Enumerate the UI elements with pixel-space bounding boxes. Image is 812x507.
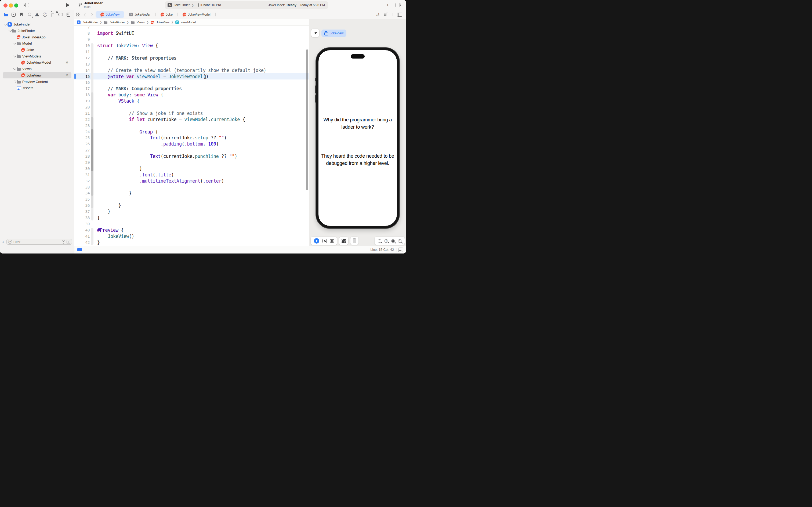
sidebar-item-assets[interactable]: Assets: [3, 85, 71, 91]
jumpbar-item-viewmodel[interactable]: viewModel: [181, 21, 195, 24]
code-line-26[interactable]: 26 .padding(.bottom, 100): [74, 141, 309, 147]
close-window-button[interactable]: [3, 3, 7, 7]
tab-jokeviewmodel[interactable]: JokeViewModel: [178, 11, 215, 18]
code-line-33[interactable]: 33: [74, 184, 309, 190]
variants-mode-button[interactable]: [330, 239, 334, 243]
code-line-13[interactable]: 13: [74, 61, 309, 67]
code-line-29[interactable]: 29: [74, 160, 309, 166]
code-line-17[interactable]: 17 // MARK: Computed properties: [74, 86, 309, 92]
add-file-button[interactable]: +: [0, 239, 6, 244]
code-line-23[interactable]: 23: [74, 122, 309, 129]
filter-field[interactable]: ☰ Filter ±: [6, 239, 72, 245]
tab-jokeview[interactable]: JokeView: [96, 11, 124, 18]
editor-scrollbar[interactable]: [306, 49, 308, 190]
zoom-in-icon[interactable]: +: [398, 239, 401, 243]
zoom-out-icon[interactable]: −: [378, 239, 381, 243]
code-line-36[interactable]: 36 }: [74, 203, 309, 209]
breakpoints-icon[interactable]: [58, 12, 63, 17]
code-line-16[interactable]: 16: [74, 79, 309, 86]
reports-icon[interactable]: [66, 12, 71, 17]
recents-filter-icon[interactable]: [62, 240, 65, 243]
sidebar-item-jokeview[interactable]: JokeViewM: [3, 72, 71, 79]
sidebar-item-jokeviewmodel[interactable]: JokeViewModelM: [3, 59, 71, 66]
issues-icon[interactable]: [35, 12, 40, 17]
tab-joke[interactable]: Joke: [156, 11, 177, 18]
code-line-14[interactable]: 14 // Create the view model (temporarily…: [74, 67, 309, 73]
jumpbar-item-views[interactable]: Views: [137, 21, 145, 24]
tests-icon[interactable]: [43, 12, 47, 17]
code-review-icon[interactable]: ⇄: [376, 12, 380, 17]
disclosure-chevron[interactable]: [13, 80, 17, 83]
minimize-window-button[interactable]: [9, 3, 13, 7]
code-line-38[interactable]: 38}: [74, 215, 309, 221]
scheme-name[interactable]: JokeFinder: [174, 3, 189, 7]
library-add-icon[interactable]: +: [386, 2, 389, 8]
preview-target-chip[interactable]: JokeView: [322, 30, 346, 37]
tab-jokefinder[interactable]: ✕JokeFinder: [124, 11, 155, 18]
code-line-24[interactable]: 24 Group {: [74, 129, 309, 135]
code-line-32[interactable]: 32 .multilineTextAlignment(.center): [74, 178, 309, 184]
adjust-editor-options-icon[interactable]: [384, 13, 388, 16]
code-line-27[interactable]: 27: [74, 147, 309, 153]
live-preview-button[interactable]: [314, 238, 319, 243]
activity-view[interactable]: A JokeFinder ❯ iPhone 16 Pro JokeFinder:…: [165, 1, 328, 9]
selectable-mode-button[interactable]: [323, 239, 327, 243]
editor-layout-icon[interactable]: [76, 13, 80, 16]
sidebar-item-jokefinderapp[interactable]: JokeFinderApp: [3, 34, 71, 40]
toggle-inspector-icon[interactable]: [396, 3, 401, 7]
editor-only-mode-icon[interactable]: [77, 248, 82, 251]
code-line-22[interactable]: 22 if let currentJoke = viewModel.curren…: [74, 116, 309, 122]
code-line-28[interactable]: 28 Text(currentJoke.punchline ?? ""): [74, 153, 309, 160]
disclosure-chevron[interactable]: [8, 30, 12, 32]
code-line-11[interactable]: 11: [74, 49, 309, 55]
forward-button[interactable]: [90, 13, 93, 16]
project-navigator-icon[interactable]: [3, 12, 8, 17]
code-line-30[interactable]: 30 }: [74, 165, 309, 172]
code-line-41[interactable]: 41 JokeView(): [74, 233, 309, 239]
disclosure-chevron[interactable]: [13, 68, 17, 69]
sidebar-item-viewmodels[interactable]: ViewModels: [3, 53, 71, 59]
code-line-19[interactable]: 19 VStack {: [74, 98, 309, 104]
code-line-35[interactable]: 35: [74, 196, 309, 203]
code-line-37[interactable]: 37 }: [74, 209, 309, 215]
sidebar-item-jokefinder[interactable]: AJokeFinder: [3, 21, 71, 27]
toggle-navigator-icon[interactable]: [23, 3, 29, 7]
device-settings-button[interactable]: [342, 239, 346, 243]
pin-preview-button[interactable]: [311, 29, 319, 37]
source-editor[interactable]: 78import SwiftUI910struct JokeView: View…: [74, 26, 309, 246]
back-button[interactable]: [84, 13, 87, 16]
sidebar-item-jokefinder[interactable]: JokeFinder: [3, 27, 71, 34]
device-preview-button[interactable]: [353, 238, 356, 243]
zoom-window-button[interactable]: [14, 3, 18, 7]
sidebar-item-preview-content[interactable]: Preview Content: [3, 78, 71, 85]
zoom-actual-size-icon[interactable]: 1: [385, 239, 388, 243]
code-line-39[interactable]: 39: [74, 221, 309, 227]
disclosure-chevron[interactable]: [13, 43, 17, 44]
jumpbar-item-jokefinder[interactable]: JokeFinder: [83, 21, 98, 24]
sidebar-item-views[interactable]: Views: [3, 66, 71, 72]
debug-icon[interactable]: [51, 12, 55, 17]
code-line-40[interactable]: 40#Preview {: [74, 227, 309, 233]
source-control-filter-icon[interactable]: ±: [67, 240, 70, 244]
bookmarks-icon[interactable]: [19, 12, 24, 17]
source-control-icon[interactable]: ✕: [11, 12, 16, 17]
code-line-12[interactable]: 12 // MARK: Stored properties: [74, 55, 309, 61]
code-line-21[interactable]: 21 // Show a joke if one exists: [74, 110, 309, 116]
code-line-18[interactable]: 18 var body: some View {: [74, 92, 309, 98]
code-line-20[interactable]: 20: [74, 104, 309, 110]
disclosure-chevron[interactable]: [4, 23, 7, 25]
code-line-31[interactable]: 31 .font(.title): [74, 172, 309, 178]
sidebar-item-model[interactable]: Model: [3, 40, 71, 47]
run-destination[interactable]: iPhone 16 Pro: [200, 3, 221, 7]
hide-bottom-bar-icon[interactable]: [398, 247, 403, 252]
jumpbar-item-jokefinder[interactable]: JokeFinder: [110, 21, 125, 24]
sidebar-item-joke[interactable]: Joke: [3, 47, 71, 53]
code-line-34[interactable]: 34 }: [74, 190, 309, 196]
disclosure-chevron[interactable]: [13, 56, 17, 57]
code-line-8[interactable]: 8import SwiftUI: [74, 30, 309, 37]
code-line-25[interactable]: 25 Text(currentJoke.setup ?? ""): [74, 135, 309, 141]
code-line-10[interactable]: 10struct JokeView: View {: [74, 43, 309, 49]
device-screen[interactable]: Why did the programmer bring a ladder to…: [318, 50, 397, 226]
run-button[interactable]: [66, 3, 69, 7]
code-line-15[interactable]: 15 @State var viewModel = JokeViewModel(…: [74, 73, 309, 79]
